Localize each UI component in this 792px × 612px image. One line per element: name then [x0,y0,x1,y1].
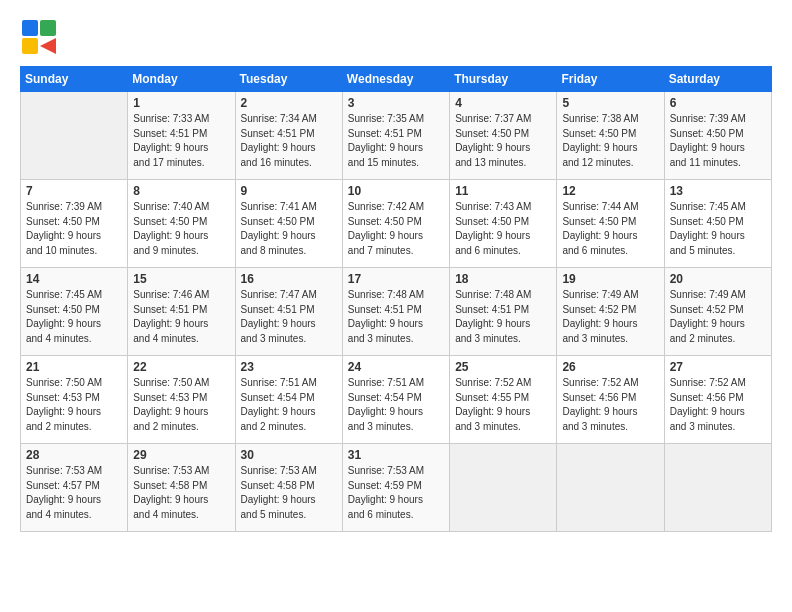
weekday-header: Tuesday [235,67,342,92]
cell-info: Sunrise: 7:53 AM Sunset: 4:59 PM Dayligh… [348,464,444,522]
cell-info: Sunrise: 7:41 AM Sunset: 4:50 PM Dayligh… [241,200,337,258]
calendar-week-row: 7Sunrise: 7:39 AM Sunset: 4:50 PM Daylig… [21,180,772,268]
cell-date: 15 [133,272,229,286]
cell-info: Sunrise: 7:50 AM Sunset: 4:53 PM Dayligh… [133,376,229,434]
cell-date: 2 [241,96,337,110]
calendar-cell: 3Sunrise: 7:35 AM Sunset: 4:51 PM Daylig… [342,92,449,180]
cell-info: Sunrise: 7:39 AM Sunset: 4:50 PM Dayligh… [26,200,122,258]
calendar-week-row: 14Sunrise: 7:45 AM Sunset: 4:50 PM Dayli… [21,268,772,356]
cell-info: Sunrise: 7:52 AM Sunset: 4:56 PM Dayligh… [562,376,658,434]
calendar-cell: 25Sunrise: 7:52 AM Sunset: 4:55 PM Dayli… [450,356,557,444]
cell-date: 6 [670,96,766,110]
cell-info: Sunrise: 7:50 AM Sunset: 4:53 PM Dayligh… [26,376,122,434]
cell-info: Sunrise: 7:53 AM Sunset: 4:58 PM Dayligh… [133,464,229,522]
calendar-cell: 15Sunrise: 7:46 AM Sunset: 4:51 PM Dayli… [128,268,235,356]
cell-info: Sunrise: 7:43 AM Sunset: 4:50 PM Dayligh… [455,200,551,258]
cell-info: Sunrise: 7:52 AM Sunset: 4:56 PM Dayligh… [670,376,766,434]
cell-date: 5 [562,96,658,110]
cell-date: 8 [133,184,229,198]
cell-date: 17 [348,272,444,286]
cell-date: 1 [133,96,229,110]
calendar-cell: 27Sunrise: 7:52 AM Sunset: 4:56 PM Dayli… [664,356,771,444]
cell-date: 13 [670,184,766,198]
cell-date: 3 [348,96,444,110]
cell-info: Sunrise: 7:39 AM Sunset: 4:50 PM Dayligh… [670,112,766,170]
calendar-cell: 28Sunrise: 7:53 AM Sunset: 4:57 PM Dayli… [21,444,128,532]
cell-date: 10 [348,184,444,198]
calendar-cell: 23Sunrise: 7:51 AM Sunset: 4:54 PM Dayli… [235,356,342,444]
cell-info: Sunrise: 7:49 AM Sunset: 4:52 PM Dayligh… [562,288,658,346]
calendar-cell: 30Sunrise: 7:53 AM Sunset: 4:58 PM Dayli… [235,444,342,532]
cell-info: Sunrise: 7:38 AM Sunset: 4:50 PM Dayligh… [562,112,658,170]
weekday-header: Wednesday [342,67,449,92]
logo-icon [20,18,58,56]
cell-info: Sunrise: 7:52 AM Sunset: 4:55 PM Dayligh… [455,376,551,434]
svg-marker-3 [40,38,56,54]
cell-info: Sunrise: 7:34 AM Sunset: 4:51 PM Dayligh… [241,112,337,170]
cell-date: 28 [26,448,122,462]
calendar-week-row: 28Sunrise: 7:53 AM Sunset: 4:57 PM Dayli… [21,444,772,532]
cell-date: 7 [26,184,122,198]
weekday-header: Monday [128,67,235,92]
cell-info: Sunrise: 7:37 AM Sunset: 4:50 PM Dayligh… [455,112,551,170]
cell-date: 23 [241,360,337,374]
cell-date: 19 [562,272,658,286]
calendar-cell: 20Sunrise: 7:49 AM Sunset: 4:52 PM Dayli… [664,268,771,356]
cell-date: 25 [455,360,551,374]
cell-info: Sunrise: 7:53 AM Sunset: 4:57 PM Dayligh… [26,464,122,522]
calendar-cell: 14Sunrise: 7:45 AM Sunset: 4:50 PM Dayli… [21,268,128,356]
calendar-header: SundayMondayTuesdayWednesdayThursdayFrid… [21,67,772,92]
calendar-body: 1Sunrise: 7:33 AM Sunset: 4:51 PM Daylig… [21,92,772,532]
weekday-header: Sunday [21,67,128,92]
cell-info: Sunrise: 7:45 AM Sunset: 4:50 PM Dayligh… [26,288,122,346]
cell-date: 22 [133,360,229,374]
page: SundayMondayTuesdayWednesdayThursdayFrid… [0,0,792,612]
weekday-header: Thursday [450,67,557,92]
cell-info: Sunrise: 7:51 AM Sunset: 4:54 PM Dayligh… [241,376,337,434]
cell-info: Sunrise: 7:48 AM Sunset: 4:51 PM Dayligh… [455,288,551,346]
calendar-cell [557,444,664,532]
cell-date: 12 [562,184,658,198]
cell-info: Sunrise: 7:42 AM Sunset: 4:50 PM Dayligh… [348,200,444,258]
calendar-cell: 19Sunrise: 7:49 AM Sunset: 4:52 PM Dayli… [557,268,664,356]
cell-info: Sunrise: 7:40 AM Sunset: 4:50 PM Dayligh… [133,200,229,258]
calendar-cell: 22Sunrise: 7:50 AM Sunset: 4:53 PM Dayli… [128,356,235,444]
calendar-cell: 12Sunrise: 7:44 AM Sunset: 4:50 PM Dayli… [557,180,664,268]
calendar-cell: 18Sunrise: 7:48 AM Sunset: 4:51 PM Dayli… [450,268,557,356]
cell-date: 24 [348,360,444,374]
calendar-cell: 1Sunrise: 7:33 AM Sunset: 4:51 PM Daylig… [128,92,235,180]
calendar-cell: 21Sunrise: 7:50 AM Sunset: 4:53 PM Dayli… [21,356,128,444]
cell-date: 21 [26,360,122,374]
cell-info: Sunrise: 7:46 AM Sunset: 4:51 PM Dayligh… [133,288,229,346]
calendar-cell [450,444,557,532]
calendar-cell: 6Sunrise: 7:39 AM Sunset: 4:50 PM Daylig… [664,92,771,180]
cell-date: 26 [562,360,658,374]
weekday-row: SundayMondayTuesdayWednesdayThursdayFrid… [21,67,772,92]
calendar-cell [664,444,771,532]
cell-date: 27 [670,360,766,374]
svg-rect-0 [22,20,38,36]
cell-info: Sunrise: 7:44 AM Sunset: 4:50 PM Dayligh… [562,200,658,258]
weekday-header: Saturday [664,67,771,92]
weekday-header: Friday [557,67,664,92]
calendar-cell [21,92,128,180]
calendar-cell: 9Sunrise: 7:41 AM Sunset: 4:50 PM Daylig… [235,180,342,268]
calendar-cell: 31Sunrise: 7:53 AM Sunset: 4:59 PM Dayli… [342,444,449,532]
header [20,18,772,56]
calendar-cell: 10Sunrise: 7:42 AM Sunset: 4:50 PM Dayli… [342,180,449,268]
svg-rect-1 [40,20,56,36]
cell-info: Sunrise: 7:48 AM Sunset: 4:51 PM Dayligh… [348,288,444,346]
cell-date: 18 [455,272,551,286]
svg-rect-2 [22,38,38,54]
calendar-cell: 5Sunrise: 7:38 AM Sunset: 4:50 PM Daylig… [557,92,664,180]
calendar-cell: 26Sunrise: 7:52 AM Sunset: 4:56 PM Dayli… [557,356,664,444]
calendar-cell: 7Sunrise: 7:39 AM Sunset: 4:50 PM Daylig… [21,180,128,268]
calendar-cell: 29Sunrise: 7:53 AM Sunset: 4:58 PM Dayli… [128,444,235,532]
calendar-cell: 17Sunrise: 7:48 AM Sunset: 4:51 PM Dayli… [342,268,449,356]
cell-date: 9 [241,184,337,198]
cell-info: Sunrise: 7:49 AM Sunset: 4:52 PM Dayligh… [670,288,766,346]
calendar: SundayMondayTuesdayWednesdayThursdayFrid… [20,66,772,532]
cell-date: 14 [26,272,122,286]
cell-info: Sunrise: 7:51 AM Sunset: 4:54 PM Dayligh… [348,376,444,434]
calendar-cell: 2Sunrise: 7:34 AM Sunset: 4:51 PM Daylig… [235,92,342,180]
